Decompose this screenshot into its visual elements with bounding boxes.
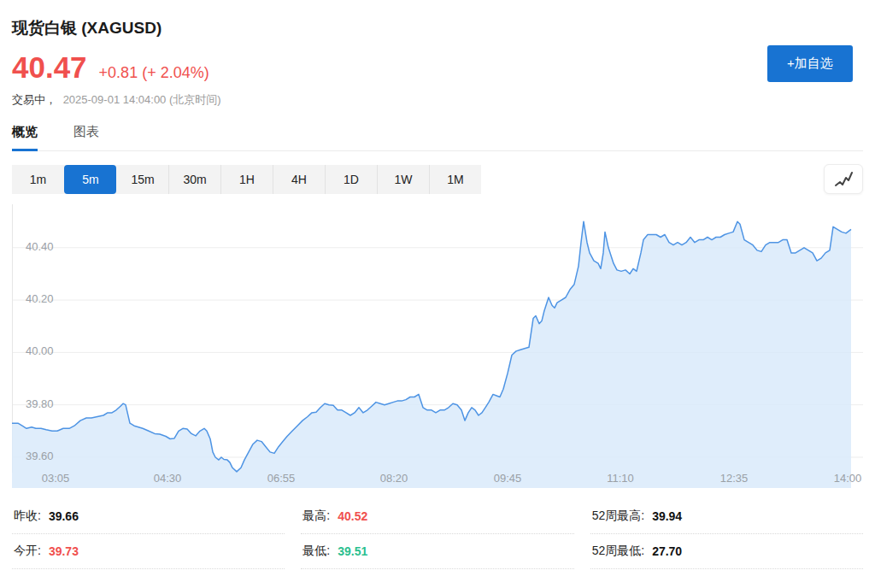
period-button-1M[interactable]: 1M	[429, 165, 481, 194]
period-button-30m[interactable]: 30m	[168, 165, 220, 194]
stat-row: 昨收:39.66	[12, 499, 285, 534]
stat-row: 最高:40.52	[301, 499, 573, 534]
stat-label: 最高:	[302, 509, 330, 524]
stat-label: 昨收:	[14, 509, 41, 524]
stat-column: 最高:40.52最低:39.51	[301, 499, 573, 569]
period-button-5m[interactable]: 5m	[64, 165, 116, 194]
period-button-1W[interactable]: 1W	[377, 165, 429, 194]
quote-timestamp: 2025-09-01 14:04:00 (北京时间)	[63, 93, 221, 106]
stat-value: 39.66	[49, 509, 79, 523]
price-row: 40.47 +0.81 (+ 2.04%)	[12, 50, 863, 85]
stat-value: 39.73	[49, 544, 79, 558]
line-chart-icon	[832, 169, 854, 190]
period-button-4H[interactable]: 4H	[273, 165, 325, 194]
stat-label: 最低:	[302, 544, 330, 559]
stat-column: 昨收:39.66今开:39.73	[12, 499, 285, 569]
price-chart-area[interactable]: 40.4040.2040.0039.8039.60 03:0504:3006:5…	[12, 204, 863, 488]
stat-value: 27.70	[652, 544, 682, 558]
tab-bar: 概览 图表	[12, 124, 863, 151]
add-watchlist-button[interactable]: +加自选	[767, 45, 853, 82]
page-title: 现货白银 (XAGUSD)	[12, 0, 863, 39]
tab-chart[interactable]: 图表	[73, 124, 99, 150]
tab-overview[interactable]: 概览	[12, 124, 38, 150]
trading-status: 交易中，	[12, 93, 56, 106]
chart-toolbar: 1m5m15m30m1H4H1D1W1M	[12, 164, 863, 194]
period-toolbar: 1m5m15m30m1H4H1D1W1M	[12, 165, 481, 194]
stats-grid: 昨收:39.66今开:39.73最高:40.52最低:39.5152周最高:39…	[12, 499, 863, 569]
stat-row: 52周最高:39.94	[590, 499, 863, 534]
status-row: 交易中， 2025-09-01 14:04:00 (北京时间)	[12, 92, 863, 108]
period-button-1H[interactable]: 1H	[220, 165, 273, 194]
stat-row: 52周最低:27.70	[590, 534, 863, 569]
stat-label: 今开:	[14, 544, 41, 559]
quote-page: 现货白银 (XAGUSD) +加自选 40.47 +0.81 (+ 2.04%)…	[0, 0, 875, 588]
stat-value: 40.52	[338, 509, 367, 523]
period-button-1m[interactable]: 1m	[12, 165, 64, 194]
stat-row: 今开:39.73	[12, 534, 285, 569]
period-button-1D[interactable]: 1D	[325, 165, 377, 194]
last-price: 40.47	[12, 50, 87, 85]
stat-row: 最低:39.51	[301, 534, 573, 569]
price-change: +0.81 (+ 2.04%)	[99, 64, 209, 82]
stat-label: 52周最低:	[592, 544, 644, 559]
chart-type-button[interactable]	[824, 164, 863, 194]
period-button-15m[interactable]: 15m	[116, 165, 168, 194]
stat-value: 39.51	[338, 544, 367, 558]
stat-value: 39.94	[652, 509, 682, 523]
stat-column: 52周最高:39.9452周最低:27.70	[590, 499, 863, 569]
stat-label: 52周最高:	[592, 509, 644, 524]
price-area-chart[interactable]	[12, 204, 863, 488]
